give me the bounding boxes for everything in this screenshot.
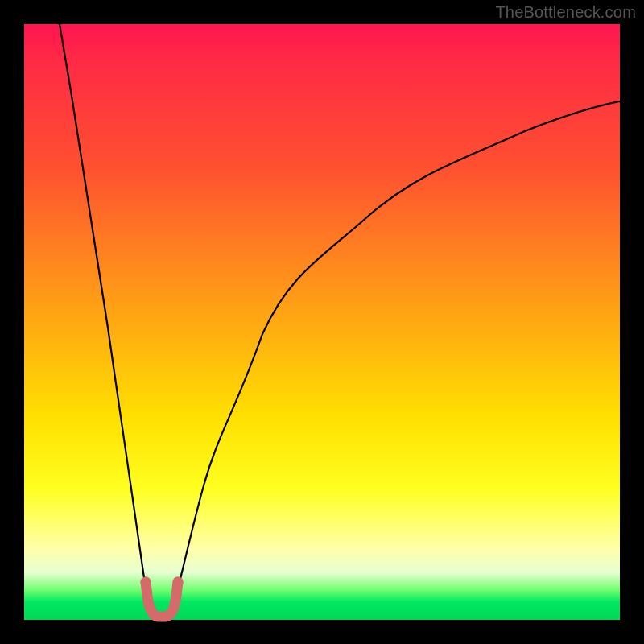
u-marker-left-cap — [141, 577, 151, 588]
curve-svg — [24, 24, 620, 620]
u-marker-right-cap — [173, 577, 184, 588]
left-branch-path — [60, 24, 149, 608]
plot-area — [24, 24, 620, 620]
bottom-u-marker — [146, 582, 178, 617]
watermark-text: TheBottleneck.com — [495, 3, 636, 22]
chart-frame: TheBottleneck.com — [0, 0, 644, 644]
right-branch-path — [173, 101, 620, 608]
